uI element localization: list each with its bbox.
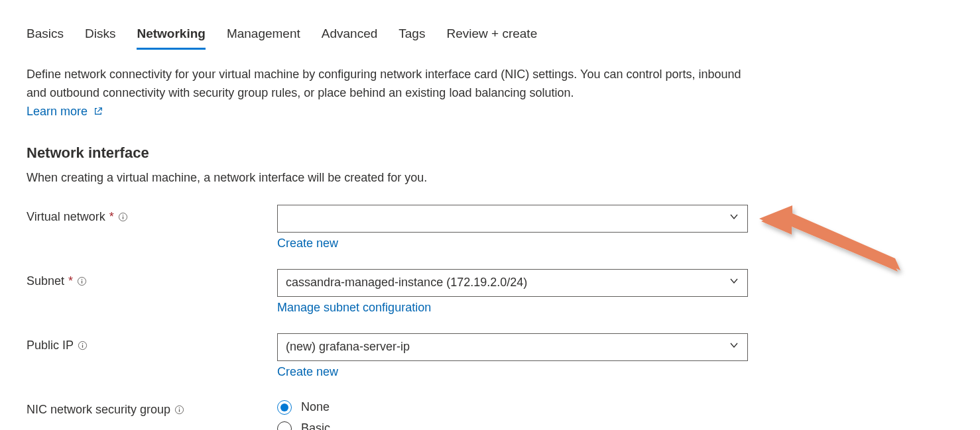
svg-rect-1 (123, 216, 123, 219)
svg-rect-11 (179, 407, 180, 408)
chevron-down-icon (729, 276, 739, 290)
nic-nsg-option-none[interactable]: None (277, 400, 748, 415)
label-virtual-network-text: Virtual network (27, 210, 105, 224)
subnet-select[interactable]: cassandra-managed-instance (172.19.2.0/2… (277, 269, 748, 297)
info-icon[interactable] (78, 341, 88, 350)
nic-nsg-option-basic-label: Basic (301, 421, 330, 430)
row-public-ip: Public IP (new) grafana-server-ip Create… (27, 333, 953, 391)
virtual-network-create-new-link[interactable]: Create new (277, 237, 338, 250)
subnet-value: cassandra-managed-instance (172.19.2.0/2… (286, 276, 527, 290)
external-link-icon (93, 103, 103, 122)
nic-nsg-option-basic[interactable]: Basic (277, 421, 748, 430)
chevron-down-icon (729, 211, 739, 225)
tab-networking[interactable]: Networking (137, 27, 205, 50)
tab-disks[interactable]: Disks (85, 27, 115, 50)
required-indicator: * (68, 274, 73, 288)
svg-rect-10 (179, 409, 180, 411)
tabs: Basics Disks Networking Management Advan… (27, 27, 953, 50)
section-subtitle: When creating a virtual machine, a netwo… (27, 171, 953, 185)
label-subnet: Subnet * (27, 269, 277, 288)
manage-subnet-link[interactable]: Manage subnet configuration (277, 301, 431, 315)
svg-rect-5 (82, 279, 82, 280)
label-public-ip-text: Public IP (27, 339, 74, 352)
virtual-network-select[interactable] (277, 205, 748, 233)
learn-more-link[interactable]: Learn more (27, 105, 103, 118)
learn-more-label: Learn more (27, 105, 88, 118)
section-title: Network interface (27, 144, 953, 162)
row-virtual-network: Virtual network * Create new (27, 205, 953, 262)
svg-rect-4 (82, 280, 82, 283)
public-ip-select[interactable]: (new) grafana-server-ip (277, 333, 748, 361)
info-icon[interactable] (118, 212, 128, 222)
label-virtual-network: Virtual network * (27, 205, 277, 224)
tab-management[interactable]: Management (227, 27, 300, 50)
info-icon[interactable] (77, 276, 87, 286)
nic-nsg-radio-group: None Basic (277, 398, 748, 430)
tab-advanced[interactable]: Advanced (322, 27, 378, 50)
label-public-ip: Public IP (27, 333, 277, 352)
row-subnet: Subnet * cassandra-managed-instance (172… (27, 269, 953, 327)
description-block: Define network connectivity for your vir… (27, 66, 743, 122)
public-ip-value: (new) grafana-server-ip (286, 340, 410, 354)
tab-basics[interactable]: Basics (27, 27, 64, 50)
svg-rect-7 (82, 345, 83, 347)
svg-rect-8 (82, 343, 83, 344)
description-text: Define network connectivity for your vir… (27, 68, 741, 99)
tab-tags[interactable]: Tags (398, 27, 425, 50)
required-indicator: * (109, 210, 114, 224)
chevron-down-icon (729, 340, 739, 354)
info-icon[interactable] (174, 405, 184, 415)
radio-icon (277, 421, 292, 430)
label-nic-nsg-text: NIC network security group (27, 403, 170, 417)
tab-review-create[interactable]: Review + create (446, 27, 537, 50)
nic-nsg-option-none-label: None (301, 400, 330, 414)
radio-icon (277, 400, 292, 415)
svg-rect-2 (123, 215, 123, 215)
row-nic-nsg: NIC network security group None Basic (27, 398, 953, 430)
public-ip-create-new-link[interactable]: Create new (277, 365, 338, 379)
label-subnet-text: Subnet (27, 274, 64, 288)
label-nic-nsg: NIC network security group (27, 398, 277, 417)
